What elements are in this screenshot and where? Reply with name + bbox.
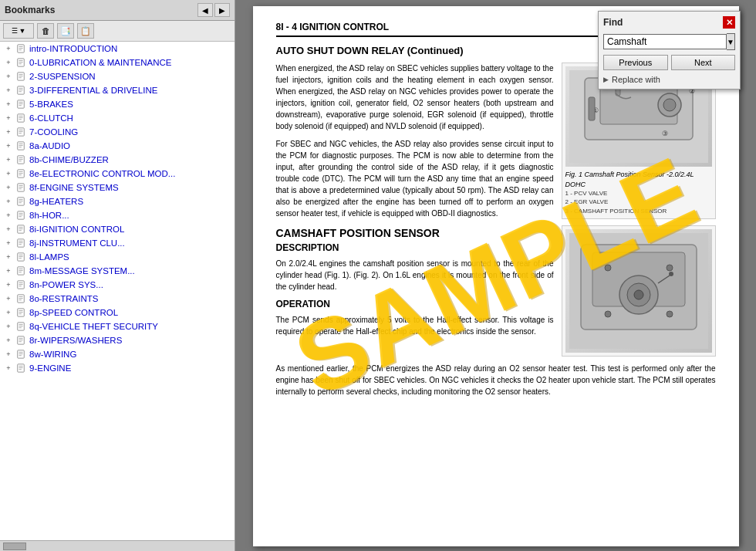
bookmark-expand-7: + [3,127,14,137]
svg-rect-8 [18,73,25,80]
bookmark-expand-8w: + [3,349,14,360]
bookmark-page-icon-8w [15,349,26,360]
svg-text:③: ③ [662,130,668,137]
bookmark-expand-8o: + [3,293,14,304]
svg-point-112 [669,272,673,276]
bookmark-item-8h[interactable]: + 8h-HOR... [0,208,235,222]
find-search-input[interactable] [603,34,727,49]
bookmark-expand-8i: + [3,224,14,235]
svg-rect-0 [18,45,25,52]
bookmarks-list: + intro-INTRODUCTION + 0- [0,42,235,540]
bookmark-item-2[interactable]: + 2-SUSPENSION [0,69,235,83]
bookmark-item-8w[interactable]: + 8w-WIRING [0,347,235,361]
bookmark-item-8n[interactable]: + 8n-POWER SYS... [0,278,235,292]
bookmark-page-icon-8r [15,335,26,346]
bookmark-item-0[interactable]: + 0-LUBRICATION & MAINTENANCE [0,56,235,69]
bookmark-expand-0: + [3,57,14,68]
paragraph1: When energized, the ASD relay on SBEC ve… [276,63,554,132]
bookmark-item-8e[interactable]: + 8e-ELECTRONIC CONTROL MOD... [0,167,235,181]
bookmark-page-icon-8f [15,182,26,193]
replace-label: Replace with [612,75,660,84]
bookmark-expand-5: + [3,99,14,110]
find-dropdown-btn[interactable]: ▼ [727,33,735,50]
svg-rect-104 [589,97,595,120]
delete-btn[interactable]: 🗑 [37,23,54,39]
bookmark-expand-8g: + [3,196,14,207]
bookmark-expand-8n: + [3,279,14,290]
bookmark-item-9[interactable]: + 9-ENGINE [0,361,235,375]
find-dialog-title: Find [603,17,623,28]
find-buttons-row: Previous Next [603,55,735,70]
bookmark-label-8f: 8f-ENGINE SYSTEMS [29,183,119,192]
bookmark-label-8m: 8m-MESSAGE SYSTEM... [29,266,135,276]
bookmark-item-3[interactable]: + 3-DIFFERENTIAL & DRIVELINE [0,83,235,97]
bookmark-item-8m[interactable]: + 8m-MESSAGE SYSTEM... [0,264,235,278]
bookmark-page-icon-8j [15,238,26,248]
bookmark-label-8b: 8b-CHIME/BUZZER [29,155,109,164]
bookmark-page-icon-8o [15,293,26,304]
bookmark-label-5: 5-BRAKES [29,100,73,109]
bookmark-item-8j[interactable]: + 8j-INSTRUMENT CLU... [0,236,235,250]
bookmark-label-7: 7-COOLING [29,127,78,137]
bookmark-expand-8b: + [3,154,14,165]
svg-rect-68 [18,281,25,289]
bookmark-settings-btn[interactable]: 📋 [77,23,94,39]
bookmark-page-icon-8n [15,279,26,290]
svg-point-116 [667,311,673,317]
bookmark-item-5[interactable]: + 5-BRAKES [0,97,235,111]
bookmark-page-icon-3 [15,85,26,96]
bookmark-item-8q[interactable]: + 8q-VEHICLE THEFT SECURITY [0,319,235,333]
find-previous-btn[interactable]: Previous [603,55,668,70]
svg-rect-28 [18,142,25,150]
bookmark-page-icon-8g [15,196,26,207]
bookmark-item-8b[interactable]: + 8b-CHIME/BUZZER [0,153,235,167]
svg-rect-40 [18,184,25,191]
paragraph3: As mentioned earlier, the PCM energizes … [276,363,716,397]
find-next-btn[interactable]: Next [671,55,736,70]
horizontal-scrollbar[interactable] [0,540,235,551]
figure1-caption-line2: 2 - EGR VALVE [565,198,712,206]
svg-rect-76 [18,309,25,316]
bookmarks-toolbar: ☰ ▼ 🗑 📑 📋 [0,21,235,42]
bookmark-add-btn[interactable]: 📑 [57,23,74,39]
svg-rect-4 [18,59,25,66]
bookmark-item-8g[interactable]: + 8g-HEATERS [0,194,235,208]
svg-rect-92 [18,364,25,372]
find-dialog: Find ✕ ▼ Previous Next ▶ Replace with [598,11,741,90]
bookmark-expand-8e: + [3,168,14,179]
bookmark-item-7[interactable]: + 7-COOLING [0,125,235,139]
bookmark-page-icon-8p [15,307,26,318]
bookmark-item-8f[interactable]: + 8f-ENGINE SYSTEMS [0,181,235,194]
bookmarks-forward-btn[interactable]: ▶ [214,3,230,17]
operation-text: The PCM sends approximately 5 volts to t… [276,314,554,337]
bookmark-expand-8f: + [3,182,14,193]
bookmark-item-8i[interactable]: + 8i-IGNITION CONTROL [0,222,235,236]
bookmark-page-icon-2 [15,71,26,82]
replace-row: ▶ Replace with [603,75,735,84]
bookmark-label-8l: 8l-LAMPS [29,252,69,262]
bookmark-item-8l[interactable]: + 8l-LAMPS [0,250,235,264]
bookmark-expand-8h: + [3,210,14,221]
scrollbar-thumb[interactable] [3,543,26,550]
bookmark-item-8p[interactable]: + 8p-SPEED CONTROL [0,306,235,319]
bookmark-item-8o[interactable]: + 8o-RESTRAINTS [0,292,235,306]
bookmark-page-icon-8e [15,168,26,179]
bookmarks-view-toggle[interactable]: ☰ ▼ [3,23,34,39]
svg-rect-72 [18,295,25,303]
bookmark-expand-3: + [3,85,14,96]
bookmark-page-icon-8l [15,252,26,262]
bookmark-item-8r[interactable]: + 8r-WIPERS/WASHERS [0,333,235,347]
bookmark-page-icon-8q [15,321,26,332]
bookmark-item-6[interactable]: + 6-CLUTCH [0,111,235,125]
bookmark-item-8a[interactable]: + 8a-AUDIO [0,139,235,153]
bookmark-label-8w: 8w-WIRING [29,350,76,359]
bookmark-label-8i: 8i-IGNITION CONTROL [29,225,124,234]
right-column: ② ③ ① Fig. 1 Camshaft Position Sensor -2… [562,63,716,363]
bookmark-item-intro[interactable]: + intro-INTRODUCTION [0,42,235,56]
svg-point-114 [667,265,673,271]
find-dialog-close-btn[interactable]: ✕ [723,16,735,29]
svg-rect-36 [18,170,25,177]
bookmarks-back-btn[interactable]: ◀ [197,3,213,17]
bookmark-page-icon-8i [15,224,26,235]
bookmark-expand-intro: + [3,43,14,54]
